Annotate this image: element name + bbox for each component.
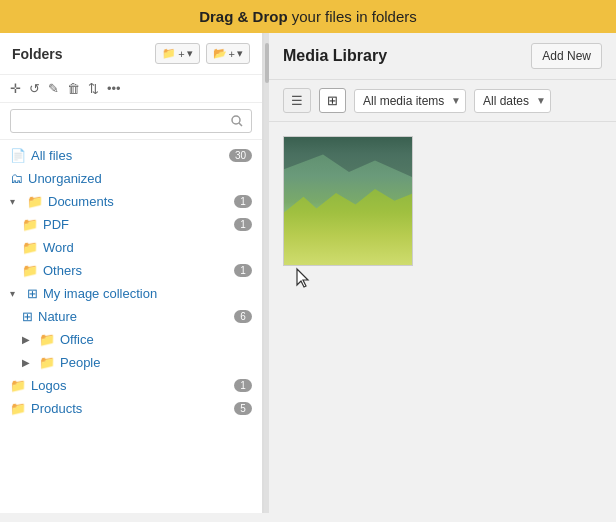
grid-icon: ⊞ [22, 309, 33, 324]
sidebar-item-label: My image collection [43, 286, 157, 301]
folder-outline-icon: 📁 [10, 378, 26, 393]
banner-bold-text: Drag & Drop [199, 8, 287, 25]
search-input[interactable] [10, 109, 252, 133]
top-banner: Drag & Drop your files in folders [0, 0, 616, 33]
sidebar-item-documents[interactable]: ▾ 📁 Documents 1 [0, 190, 262, 213]
cursor-overlay [294, 267, 314, 294]
banner-rest-text: your files in folders [288, 8, 417, 25]
media-filter-wrapper: All media items ▼ [354, 89, 466, 113]
sidebar-item-label: Documents [48, 194, 114, 209]
sidebar-item-pdf[interactable]: 📁 PDF 1 [0, 213, 262, 236]
media-item-nature[interactable] [283, 136, 413, 266]
media-toolbar: ☰ ⊞ All media items ▼ All dates ▼ [269, 80, 616, 122]
folder-icon: 📁 [27, 194, 43, 209]
sidebar-item-label: Nature [38, 309, 77, 324]
folder-outline-icon: 📁 [10, 401, 26, 416]
media-library-title: Media Library [283, 47, 521, 65]
subfolder-icon: 📂 [213, 47, 227, 60]
folder-icon: 📁 [162, 47, 176, 60]
folder-icon: 📁 [39, 332, 55, 347]
pdf-badge: 1 [234, 218, 252, 231]
documents-badge: 1 [234, 195, 252, 208]
sidebar-item-label: Unorganized [28, 171, 102, 186]
date-filter[interactable]: All dates [474, 89, 551, 113]
chevron-down-icon-2: ▾ [237, 47, 243, 60]
folder-toolbar: ✛ ↺ ✎ 🗑 ⇅ ••• [0, 75, 262, 103]
sidebar-item-nature[interactable]: ⊞ Nature 6 [0, 305, 262, 328]
sidebar-item-people[interactable]: ▶ 📁 People [0, 351, 262, 374]
sidebar-item-label: Logos [31, 378, 66, 393]
sidebar-item-unorganized[interactable]: 🗂 Unorganized [0, 167, 262, 190]
media-grid [269, 122, 616, 513]
new-subfolder-label: + [229, 48, 235, 60]
delete-icon[interactable]: 🗑 [67, 81, 80, 96]
search-row [0, 103, 262, 140]
chevron-right-icon: ▶ [22, 334, 34, 345]
media-type-filter[interactable]: All media items [354, 89, 466, 113]
scrollbar-thumb[interactable] [265, 43, 269, 83]
grid-view-button[interactable]: ⊞ [319, 88, 346, 113]
sidebar-item-all-files[interactable]: 📄 All files 30 [0, 144, 262, 167]
sidebar-item-label: People [60, 355, 100, 370]
sort-icon[interactable]: ⇅ [88, 81, 99, 96]
products-badge: 5 [234, 402, 252, 415]
folder-icon: 📁 [22, 263, 38, 278]
folder-outline-icon: 🗂 [10, 171, 23, 186]
sidebar-item-label: Products [31, 401, 82, 416]
nature-thumbnail [284, 137, 413, 266]
new-subfolder-button[interactable]: 📂 + ▾ [206, 43, 250, 64]
chevron-right-icon: ▶ [22, 357, 34, 368]
folder-tree: 📄 All files 30 🗂 Unorganized ▾ 📁 Documen… [0, 140, 262, 513]
all-files-badge: 30 [229, 149, 252, 162]
others-badge: 1 [234, 264, 252, 277]
sidebar-item-word[interactable]: 📁 Word [0, 236, 262, 259]
list-view-button[interactable]: ☰ [283, 88, 311, 113]
new-folder-label: + [178, 48, 184, 60]
sidebar-item-label: Others [43, 263, 82, 278]
sidebar-item-my-image-collection[interactable]: ▾ ⊞ My image collection [0, 282, 262, 305]
folder-icon: 📁 [22, 240, 38, 255]
add-new-button[interactable]: Add New [531, 43, 602, 69]
sidebar-item-products[interactable]: 📁 Products 5 [0, 397, 262, 420]
folder-icon: 📁 [39, 355, 55, 370]
more-icon[interactable]: ••• [107, 81, 121, 96]
cursor-icon [294, 267, 314, 291]
file-icon: 📄 [10, 148, 26, 163]
sidebar-item-label: All files [31, 148, 72, 163]
sidebar-item-label: Office [60, 332, 94, 347]
chevron-down-icon: ▾ [187, 47, 193, 60]
folders-header: Folders 📁 + ▾ 📂 + ▾ [0, 33, 262, 75]
nature-badge: 6 [234, 310, 252, 323]
list-icon: ☰ [291, 93, 303, 108]
sidebar-item-label: PDF [43, 217, 69, 232]
new-folder-button[interactable]: 📁 + ▾ [155, 43, 199, 64]
grid-icon: ⊞ [327, 93, 338, 108]
sidebar-item-office[interactable]: ▶ 📁 Office [0, 328, 262, 351]
folder-icon: 📁 [22, 217, 38, 232]
sidebar-item-others[interactable]: 📁 Others 1 [0, 259, 262, 282]
sidebar-item-logos[interactable]: 📁 Logos 1 [0, 374, 262, 397]
date-filter-wrapper: All dates ▼ [474, 89, 551, 113]
logos-badge: 1 [234, 379, 252, 392]
grid-icon: ⊞ [27, 286, 38, 301]
edit-icon[interactable]: ✎ [48, 81, 59, 96]
sidebar-item-label: Word [43, 240, 74, 255]
move-icon[interactable]: ✛ [10, 81, 21, 96]
refresh-icon[interactable]: ↺ [29, 81, 40, 96]
folders-title: Folders [12, 46, 149, 62]
media-header: Media Library Add New [269, 33, 616, 80]
chevron-down-icon: ▾ [10, 288, 22, 299]
chevron-down-icon: ▾ [10, 196, 22, 207]
